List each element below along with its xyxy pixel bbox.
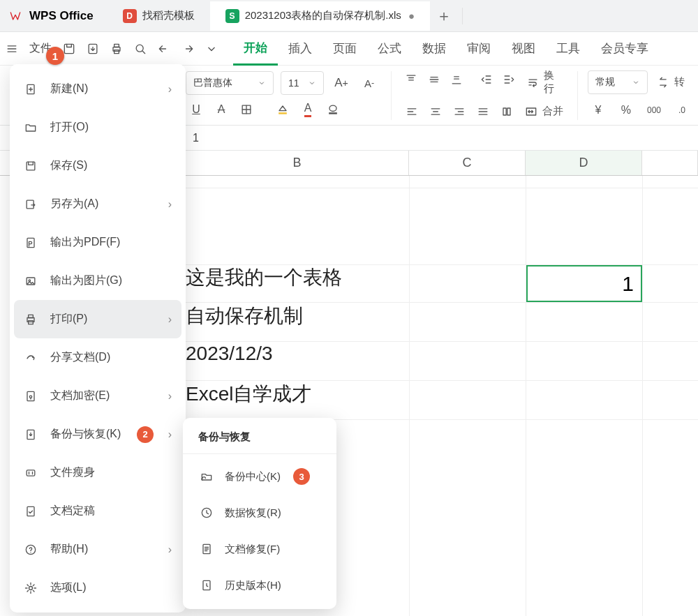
ribbon-tab-page[interactable]: 页面 bbox=[322, 32, 367, 66]
menu-label: 输出为PDF(F) bbox=[50, 235, 120, 250]
align-top-icon[interactable] bbox=[401, 69, 422, 90]
align-right-icon[interactable] bbox=[449, 101, 470, 122]
align-bottom-icon[interactable] bbox=[447, 69, 467, 90]
decrease-font-icon[interactable]: A- bbox=[359, 73, 380, 93]
export-icon[interactable] bbox=[81, 32, 105, 66]
app-logo-icon bbox=[6, 6, 25, 26]
backup-icon bbox=[22, 426, 39, 443]
tab-spreadsheet[interactable]: S 20231203表格的自动保存机制.xls ● bbox=[210, 1, 430, 31]
ribbon-tab-tools[interactable]: 工具 bbox=[546, 32, 591, 66]
align-left-icon[interactable] bbox=[401, 101, 422, 122]
font-name-combo[interactable]: 巴普惠体 bbox=[186, 71, 274, 95]
ribbon-tab-view[interactable]: 视图 bbox=[501, 32, 546, 66]
svg-rect-22 bbox=[29, 320, 34, 324]
submenu-backup-center[interactable]: 备份中心(K) 3 bbox=[183, 458, 336, 495]
title-bar: WPS Office D 找稻壳模板 S 20231203表格的自动保存机制.x… bbox=[0, 0, 698, 32]
numfmt-label: 常规 bbox=[595, 76, 615, 89]
repair-icon bbox=[198, 541, 215, 557]
decimal-icon[interactable]: .0 bbox=[671, 100, 692, 121]
increase-font-icon[interactable]: A+ bbox=[331, 73, 352, 93]
backup-center-icon bbox=[198, 468, 215, 485]
undo-icon[interactable] bbox=[152, 32, 176, 66]
pdf-icon bbox=[22, 234, 39, 251]
menu-label: 新建(N) bbox=[50, 82, 88, 96]
font-color-icon[interactable]: A bbox=[297, 99, 318, 120]
highlight-icon[interactable] bbox=[322, 99, 343, 120]
strike-icon[interactable]: A bbox=[211, 99, 232, 120]
currency-icon[interactable]: ¥ bbox=[588, 100, 609, 121]
redo-icon[interactable] bbox=[176, 32, 200, 66]
dropdown-toggle-icon[interactable] bbox=[200, 32, 223, 66]
menu-export-pdf[interactable]: 输出为PDF(F) bbox=[14, 223, 181, 262]
menu-slim[interactable]: 文件瘦身 bbox=[14, 453, 181, 492]
col-head-c[interactable]: C bbox=[409, 151, 526, 175]
tab-docer[interactable]: D 找稻壳模板 bbox=[107, 1, 210, 31]
ribbon-tab-start[interactable]: 开始 bbox=[233, 32, 278, 66]
align-center-icon[interactable] bbox=[425, 101, 446, 122]
file-menu: 新建(N) › 打开(O) 保存(S) 另存为(A) › 输出为PDF(F) 输… bbox=[10, 64, 186, 613]
menu-encrypt[interactable]: 文档加密(E) › bbox=[14, 377, 181, 415]
fill-color-icon[interactable] bbox=[272, 99, 293, 120]
ribbon-tab-data[interactable]: 数据 bbox=[412, 32, 456, 66]
tab-dirty-dot: ● bbox=[408, 10, 415, 22]
menu-open[interactable]: 打开(O) bbox=[14, 108, 181, 147]
submenu-label: 文档修复(F) bbox=[225, 543, 280, 556]
history-icon bbox=[198, 577, 215, 594]
print-preview-icon[interactable] bbox=[128, 32, 152, 66]
gear-icon bbox=[22, 580, 39, 596]
col-head-b[interactable]: B bbox=[186, 151, 409, 175]
distribute-icon[interactable] bbox=[496, 101, 517, 122]
submenu-doc-repair[interactable]: 文档修复(F) bbox=[183, 531, 336, 567]
menu-share[interactable]: 分享文档(D) bbox=[14, 338, 181, 377]
font-size-combo[interactable]: 11 bbox=[281, 71, 324, 95]
quick-access-toolbar: 文件 开始 插入 页面 公式 数据 审阅 视图 工具 会员专享 bbox=[0, 32, 698, 66]
menu-save[interactable]: 保存(S) bbox=[14, 147, 181, 185]
new-file-icon bbox=[22, 81, 39, 98]
menu-label: 文件瘦身 bbox=[50, 465, 95, 480]
app-name: WPS Office bbox=[29, 9, 94, 23]
print-icon[interactable] bbox=[105, 32, 128, 66]
submenu-data-recover[interactable]: 数据恢复(R) bbox=[183, 495, 336, 531]
percent-icon[interactable]: % bbox=[616, 100, 637, 121]
menu-backup-restore[interactable]: 备份与恢复(K) 2 › bbox=[14, 415, 181, 453]
col-head-d[interactable]: D bbox=[526, 151, 642, 175]
formula-input[interactable]: 1 bbox=[186, 132, 698, 144]
tab-add-button[interactable]: ＋ bbox=[430, 6, 458, 27]
merge-cells-button[interactable]: 合并 bbox=[520, 101, 567, 122]
menu-saveas[interactable]: 另存为(A) › bbox=[14, 185, 181, 223]
justify-icon[interactable] bbox=[473, 101, 493, 122]
menu-help[interactable]: 帮助(H) › bbox=[14, 530, 181, 569]
menu-label: 分享文档(D) bbox=[50, 350, 110, 365]
menu-icon[interactable] bbox=[0, 32, 24, 66]
active-cell[interactable]: 1 bbox=[526, 265, 642, 302]
indent-right-icon[interactable] bbox=[499, 69, 519, 90]
align-middle-icon[interactable] bbox=[424, 69, 445, 90]
ribbon-tab-insert[interactable]: 插入 bbox=[278, 32, 322, 66]
indent-left-icon[interactable] bbox=[476, 69, 496, 90]
convert-button[interactable]: 转 bbox=[652, 70, 689, 94]
menu-print[interactable]: 打印(P) › bbox=[14, 300, 181, 338]
share-icon bbox=[22, 350, 39, 366]
menu-label: 保存(S) bbox=[50, 158, 87, 173]
menu-export-image[interactable]: 输出为图片(G) bbox=[14, 262, 181, 300]
col-head-e[interactable] bbox=[642, 151, 698, 175]
ribbon-tab-formula[interactable]: 公式 bbox=[367, 32, 412, 66]
help-icon bbox=[22, 541, 39, 558]
menu-options[interactable]: 选项(L) bbox=[14, 569, 181, 607]
svg-rect-7 bbox=[279, 112, 287, 114]
svg-rect-26 bbox=[27, 469, 35, 475]
thousand-icon[interactable]: 000 bbox=[644, 100, 664, 121]
wrap-text-button[interactable]: 换行 bbox=[522, 69, 567, 96]
saveas-icon bbox=[22, 196, 39, 213]
docer-icon: D bbox=[123, 9, 137, 23]
underline-icon[interactable]: U bbox=[186, 99, 207, 120]
number-format-combo[interactable]: 常规 bbox=[588, 70, 648, 94]
menu-finalize[interactable]: 文档定稿 bbox=[14, 492, 181, 530]
sheet-icon: S bbox=[225, 9, 239, 23]
border-icon[interactable] bbox=[236, 99, 257, 120]
submenu-history[interactable]: 历史版本(H) bbox=[183, 567, 336, 603]
menu-new[interactable]: 新建(N) › bbox=[14, 70, 181, 108]
ribbon-tab-review[interactable]: 审阅 bbox=[456, 32, 501, 66]
tab-label: 20231203表格的自动保存机制.xls bbox=[245, 9, 401, 22]
ribbon-tab-vip[interactable]: 会员专享 bbox=[591, 32, 659, 66]
